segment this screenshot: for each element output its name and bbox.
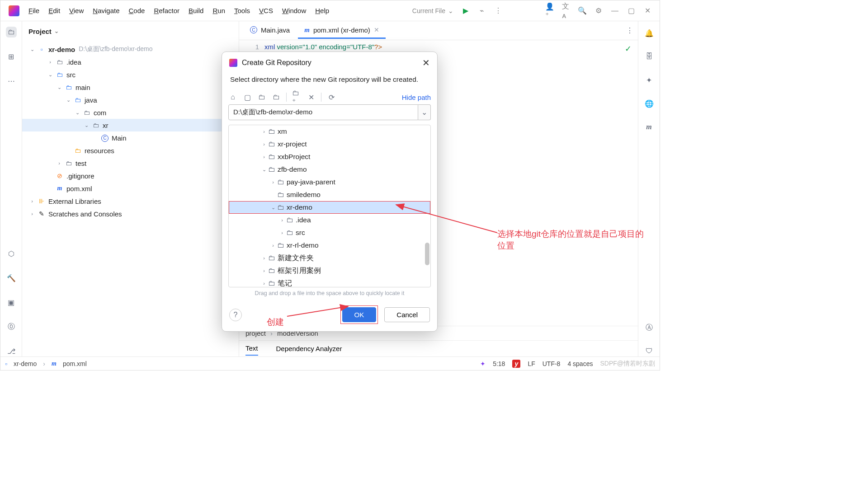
dir-item-新建文件夹[interactable]: ›🗀新建文件夹 <box>229 252 430 264</box>
path-input[interactable] <box>228 104 418 120</box>
encoding[interactable]: UTF-8 <box>542 360 561 367</box>
dir-item-pay-java-parent[interactable]: ›🗀pay-java-parent <box>229 176 430 188</box>
project-tool-icon[interactable]: 🗀 <box>6 27 17 38</box>
cancel-button[interactable]: Cancel <box>384 307 430 322</box>
dialog-title: Create Git Repository <box>242 59 311 67</box>
menu-edit[interactable]: Edit <box>44 5 65 16</box>
annotation-right: 选择本地git仓库的位置就是自己项目的位置 <box>497 228 651 252</box>
project-panel-header[interactable]: Project ⌄ <box>22 21 239 41</box>
tree-external[interactable]: ›⊪External Libraries <box>22 195 239 207</box>
dir-item-zfb-demo[interactable]: ⌄🗀zfb-demo <box>229 163 430 176</box>
ai-status-icon[interactable]: ✦ <box>480 360 486 367</box>
cursor-position[interactable]: 5:18 <box>493 360 505 367</box>
vcs-icon[interactable]: ⎇ <box>6 346 17 357</box>
maven-icon[interactable]: m <box>644 122 655 132</box>
indent[interactable]: 4 spaces <box>567 360 593 367</box>
desktop-icon[interactable]: ▢ <box>243 93 252 102</box>
translate-icon[interactable]: 文ᴀ <box>562 7 570 15</box>
line-separator[interactable]: LF <box>528 360 535 367</box>
status-file[interactable]: pom.xml <box>63 360 87 367</box>
menu-navigate[interactable]: Navigate <box>88 5 124 16</box>
more-icon[interactable]: ⋮ <box>494 7 502 15</box>
minimize-icon[interactable]: — <box>611 7 619 15</box>
tree-item-pom.xml[interactable]: mpom.xml <box>22 182 239 195</box>
project-tree[interactable]: ⌄▫xr-demoD:\桌面\zfb-demo\xr-demo›🗀.idea⌄🗀… <box>22 41 239 357</box>
build-icon[interactable]: 🔨 <box>6 272 17 283</box>
tree-item-resources[interactable]: 🗀resources <box>22 144 239 157</box>
tree-item-com[interactable]: ⌄🗀com <box>22 106 239 119</box>
tree-item-src[interactable]: ⌄🗀src <box>22 68 239 81</box>
menu-refactor[interactable]: Refactor <box>149 5 184 16</box>
tree-item-main[interactable]: ⌄🗀main <box>22 81 239 94</box>
menu-file[interactable]: File <box>24 5 44 16</box>
more-tool-icon[interactable]: ⋯ <box>6 75 17 86</box>
debug-icon[interactable]: ⌁ <box>478 7 486 15</box>
settings-icon[interactable]: ⚙ <box>594 7 603 15</box>
inspection-ok-icon[interactable]: ✓ <box>625 44 632 54</box>
run-config[interactable]: Current File <box>412 7 445 14</box>
path-history-button[interactable]: ⌄ <box>418 104 431 120</box>
tab-dependency-analyzer[interactable]: Dependency Analyzer <box>276 342 342 355</box>
project-panel: Project ⌄ ⌄▫xr-demoD:\桌面\zfb-demo\xr-dem… <box>22 21 239 357</box>
tab-pom.xml[interactable]: mpom.xml (xr-demo)✕ <box>298 23 386 39</box>
menu-build[interactable]: Build <box>184 5 208 16</box>
delete-icon[interactable]: ✕ <box>307 93 316 102</box>
menu-run[interactable]: Run <box>208 5 230 16</box>
menu-view[interactable]: View <box>65 5 88 16</box>
dialog-hint: Drag and drop a file into the space abov… <box>222 287 437 301</box>
home-icon[interactable]: ⌂ <box>228 93 237 102</box>
notifications-icon[interactable]: 🔔 <box>644 28 655 38</box>
dir-item-xr-project[interactable]: ›🗀xr-project <box>229 138 430 150</box>
run-icon[interactable]: ▶ <box>462 7 470 15</box>
tree-item-.gitignore[interactable]: ⊘.gitignore <box>22 169 239 182</box>
project-dir-icon[interactable]: 🗀 <box>257 93 266 102</box>
search-icon[interactable]: 🔍 <box>578 7 586 15</box>
close-icon[interactable]: ✕ <box>374 26 379 33</box>
services-icon[interactable]: ⬡ <box>6 248 17 259</box>
app-icon <box>9 5 19 16</box>
maximize-icon[interactable]: ▢ <box>627 7 635 15</box>
code-with-me-icon[interactable]: 👤⁺ <box>546 7 554 15</box>
dir-item-xm[interactable]: ›🗀xm <box>229 125 430 138</box>
tree-item-java[interactable]: ⌄🗀java <box>22 94 239 106</box>
dir-item-smiledemo[interactable]: 🗀smiledemo <box>229 188 430 201</box>
hide-path-link[interactable]: Hide path <box>402 94 431 101</box>
shield-icon[interactable]: 🛡 <box>644 346 655 357</box>
problems-icon[interactable]: ⓪ <box>6 321 17 332</box>
assistant-icon[interactable]: Ⓐ <box>644 322 655 333</box>
database-icon[interactable]: 🗄 <box>644 51 655 62</box>
editor-bottom-tabs: Text Dependency Analyzer <box>239 340 638 357</box>
close-icon[interactable]: ✕ <box>422 57 430 68</box>
tree-item-Main[interactable]: CMain <box>22 131 239 144</box>
help-button[interactable]: ? <box>229 309 242 321</box>
menu-code[interactable]: Code <box>124 5 150 16</box>
dir-item-笔记[interactable]: ›🗀笔记 <box>229 277 430 287</box>
refresh-icon[interactable]: ⟳ <box>327 93 336 102</box>
tree-item-.idea[interactable]: ›🗀.idea <box>22 56 239 68</box>
menu-vcs[interactable]: VCS <box>255 5 278 16</box>
dir-item-框架引用案例[interactable]: ›🗀框架引用案例 <box>229 264 430 277</box>
structure-tool-icon[interactable]: ⊞ <box>6 51 17 62</box>
tree-scratches[interactable]: ›✎Scratches and Consoles <box>22 207 239 220</box>
menu-help[interactable]: Help <box>311 5 334 16</box>
tree-root[interactable]: ⌄▫xr-demoD:\桌面\zfb-demo\xr-demo <box>22 43 239 56</box>
tabs-more-icon[interactable]: ⋮ <box>626 26 633 35</box>
status-module[interactable]: xr-demo <box>14 360 37 367</box>
statusbar: ▫ xr-demo › m pom.xml ✦ 5:18 y LF UTF-8 … <box>0 357 660 370</box>
tree-item-xr[interactable]: ⌄🗀xr <box>22 119 239 131</box>
app-icon <box>229 59 237 67</box>
y-badge[interactable]: y <box>512 360 520 368</box>
run-config-chevron[interactable]: ⌄ <box>448 7 453 14</box>
tab-Main.java[interactable]: CMain.java <box>244 23 296 39</box>
new-folder-icon[interactable]: 🗀⁺ <box>292 93 301 102</box>
terminal-icon[interactable]: ▣ <box>6 297 17 308</box>
close-icon[interactable]: ✕ <box>643 7 651 15</box>
menu-window[interactable]: Window <box>278 5 311 16</box>
menu-tools[interactable]: Tools <box>230 5 255 16</box>
dir-item-xxbProject[interactable]: ›🗀xxbProject <box>229 150 430 163</box>
tree-item-test[interactable]: ›🗀test <box>22 157 239 169</box>
tab-text[interactable]: Text <box>245 342 258 356</box>
module-dir-icon[interactable]: 🗀 <box>272 93 281 102</box>
ai-icon[interactable]: ✦ <box>644 75 655 85</box>
web-icon[interactable]: 🌐 <box>644 98 655 109</box>
